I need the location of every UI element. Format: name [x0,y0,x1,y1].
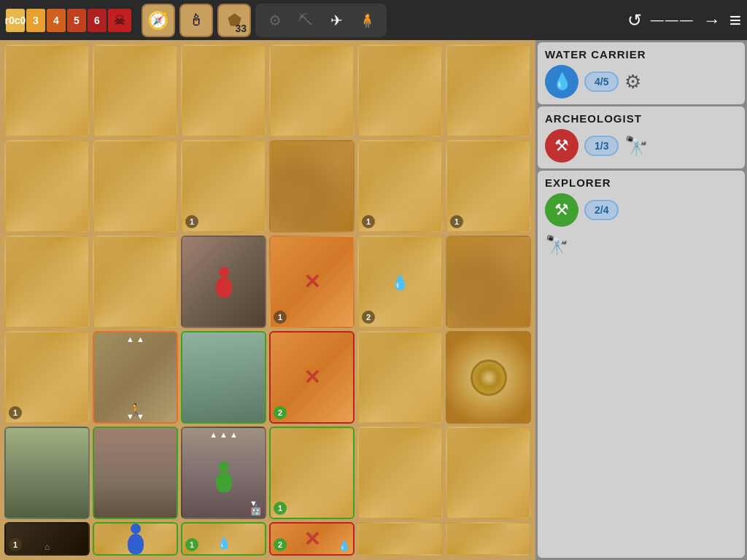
cell-r4c4[interactable] [357,427,443,519]
water-carrier-water: 4/5 [584,71,619,92]
cell-r0c2[interactable] [181,44,266,137]
cell-r4c3[interactable]: 1 [269,427,355,519]
wheel-action[interactable]: ⚙ [261,7,289,34]
propeller-action[interactable]: ✈ [322,7,350,34]
archeologist-icon: ⚒ [545,129,578,163]
cell-r5c4[interactable] [357,522,443,556]
compass-button[interactable]: 🧭 [142,4,175,37]
sand-count: 33 [235,23,247,34]
house-r5c0: ⌂ [44,542,50,552]
top-bar: r0c0 3 4 5 6 ☠ 🧭 🕯 ⬟ 33 ⚙ ⛏ ✈ 🧍 ↺ ——— → … [0,0,747,40]
forward-button[interactable]: → [703,10,721,31]
cell-num-r5c2: 1 [185,538,198,551]
cell-r1c4[interactable]: 1 [357,140,443,233]
robot-r4c2: 🤖 [249,504,262,516]
water-carrier-title: WATER CARRIER [545,48,738,61]
cell-r1c5[interactable]: 1 [446,140,531,233]
cell-r3c5[interactable] [446,331,531,424]
undo-button[interactable]: ↺ [627,10,642,31]
danger-skull: ☠ [108,9,131,32]
cell-r3c2[interactable] [181,331,266,424]
cell-r5c5[interactable] [446,522,531,556]
archeologist-row: ⚒ 1/3 🔭 [545,129,738,163]
x-mark-r5c3: ✕ [303,527,320,551]
sand-count-badge[interactable]: ⬟ 33 [217,4,251,37]
water-carrier-icon: 💧 [545,65,578,98]
cell-r1c2[interactable]: 1 [181,140,266,233]
main-area: 1 1 1 [0,40,747,560]
figure-action[interactable]: 🧍 [353,7,381,34]
explorer-icon: ⚒ [545,193,578,227]
cell-num-r1c4: 1 [362,215,375,228]
water-drop-r5c3: 💧 [338,540,350,551]
crossed-tools-icon: ⚒ [554,136,569,155]
danger-track: r0c0 3 4 5 6 ☠ [6,9,131,32]
cell-num-r3c0: 1 [9,406,22,419]
cell-r5c1[interactable] [93,522,178,556]
x-mark-r2c3: ✕ [303,270,320,294]
cell-r1c0[interactable] [4,140,90,233]
water-drop-r2c4: 💧 [391,273,409,291]
vortex-spiral [471,359,507,396]
cell-r0c5[interactable] [446,44,531,137]
cell-r4c5[interactable] [446,427,531,519]
cell-r4c1[interactable] [93,427,178,519]
torch-icon: 🕯 [188,11,204,30]
water-drop-icon: 💧 [552,72,572,91]
archeologist-water: 1/3 [584,136,619,156]
torch-button[interactable]: 🕯 [179,4,213,37]
x-mark-r3c3: ✕ [303,365,320,389]
cell-r2c1[interactable] [93,236,178,328]
cell-r2c4[interactable]: 💧 2 [357,236,443,328]
water-carrier-row: 💧 4/5 ⚙ [545,65,738,98]
game-board: 1 1 1 [0,40,535,560]
archeologist-gear: 🔭 [624,135,648,158]
cell-r3c1[interactable]: ▲ ▲ 🚶 ▼ ▼ [93,331,178,424]
right-panel: WATER CARRIER 💧 4/5 ⚙ ARCHEOLOGIST ⚒ 1/3… [535,40,747,560]
cell-num-r1c2: 1 [185,215,198,228]
action-group: ⚙ ⛏ ✈ 🧍 [255,4,387,37]
pump-action[interactable]: ⛏ [292,7,320,34]
cell-num-r4c3: 1 [274,502,287,515]
menu-button[interactable]: ≡ [729,9,741,32]
water-carrier-gear: ⚙ [624,71,641,93]
arrows-top-r3c1: ▲ ▲ [126,335,144,343]
cell-r1c1[interactable] [93,140,178,233]
cell-r0c1[interactable] [93,44,178,137]
cell-r5c0[interactable]: 1 ⌂ [4,522,90,556]
water-carrier-card: WATER CARRIER 💧 4/5 ⚙ [538,42,745,104]
cell-r2c0[interactable] [4,236,90,328]
explorer-row: ⚒ 2/4 [545,193,738,227]
compass-icon: 🧭 [147,10,169,31]
arrows-bottom-r3c1: ▼ ▼ [126,412,144,421]
cell-r3c3[interactable]: ✕ 2 [269,331,355,424]
danger-6: 6 [88,9,107,32]
cell-r0c4[interactable] [357,44,443,137]
explorer-water: 2/4 [584,200,619,220]
cell-r5c3[interactable]: ✕ 2 💧 [269,522,355,556]
cell-num-r5c3: 2 [274,538,287,551]
arrows-top-r4c2: ▲ ▲ ▲ [209,430,238,439]
cell-r2c5[interactable] [446,236,531,328]
explorer-equipment: 🔭 [545,234,738,257]
cell-r3c4[interactable] [357,331,443,424]
cell-num-r2c4: 2 [362,311,375,324]
cell-r3c0[interactable]: 1 [4,331,90,424]
danger-2: r0c0 [6,9,25,32]
archeologist-title: ARCHEOLOGIST [545,112,738,125]
cell-r2c3[interactable]: ✕ 1 [269,236,355,328]
cell-r2c2[interactable] [181,236,266,328]
cell-r4c0[interactable] [4,427,90,519]
cell-r1c3[interactable] [269,140,355,233]
cell-r5c2[interactable]: 1 💧 [181,522,266,556]
cell-r0c3[interactable] [269,44,355,137]
explorer-card: EXPLORER ⚒ 2/4 🔭 [538,171,745,558]
danger-3: 3 [26,9,45,32]
cell-num-r2c3: 1 [274,311,287,324]
top-right-controls: ↺ ——— → ≡ [627,9,741,32]
cell-r4c2[interactable]: ▲ ▲ ▲ ▼ 🤖 [181,427,266,519]
danger-5: 5 [67,9,86,32]
cell-r0c0[interactable] [4,44,90,137]
archeologist-card: ARCHEOLOGIST ⚒ 1/3 🔭 [538,106,745,168]
cell-num-r3c3: 2 [274,406,287,419]
